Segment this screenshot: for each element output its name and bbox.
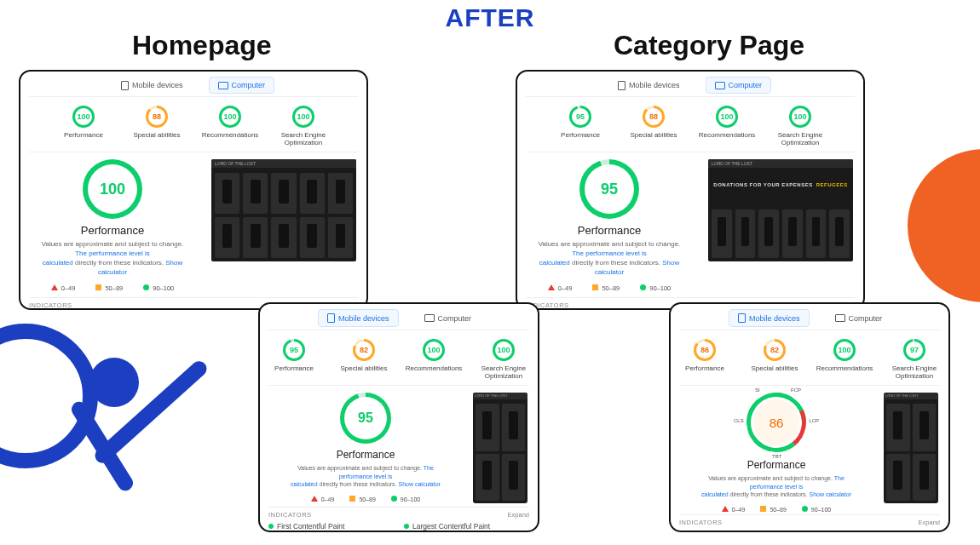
heading-category: Category Page: [614, 30, 804, 61]
perf-title: Performance: [81, 224, 144, 237]
link-level[interactable]: The performance level is: [75, 250, 150, 257]
indicators-heading: INDICATORS: [29, 301, 72, 309]
screenshot-preview: LORD OF THE LOST: [211, 159, 356, 261]
link-calculated[interactable]: calculated: [43, 259, 73, 267]
card-category-desktop: Mobile devices Computer 95Performance 88…: [516, 70, 865, 310]
screenshot-preview-mobile: LORD OF THE LOST: [473, 393, 527, 503]
card-homepage-mobile: Mobile devices Computer 95Performance 82…: [258, 302, 539, 532]
card-category-mobile: Mobile devices Computer 86Performance 82…: [669, 302, 950, 532]
heading-homepage: Homepage: [132, 30, 272, 61]
expand-button[interactable]: Expand: [919, 519, 940, 526]
perf-description: Values are approximate and subject to ch…: [37, 240, 187, 277]
decor-blue-ring: [0, 324, 98, 468]
tab-mobile[interactable]: Mobile devices: [318, 309, 399, 327]
tabs-row: Mobile devices Computer: [20, 72, 366, 96]
triangle-icon: [51, 284, 58, 290]
link-calculated[interactable]: calculated: [539, 259, 570, 267]
square-icon: [95, 284, 101, 290]
decor-orange-circle: [908, 149, 980, 302]
expand-button[interactable]: Expand: [508, 511, 529, 519]
tab-computer[interactable]: Computer: [416, 311, 481, 326]
circle-icon: [143, 284, 149, 290]
title-after: AFTER: [0, 3, 980, 32]
card-homepage-desktop: Mobile devices Computer 100Performance 8…: [19, 70, 368, 310]
perf-gauge: 100: [83, 159, 142, 219]
perf-radial-gauge: 86 SI FCP LCP TBT CLS: [747, 393, 806, 452]
tab-mobile[interactable]: Mobile devices: [112, 77, 192, 94]
tab-mobile[interactable]: Mobile devices: [609, 77, 689, 94]
tab-mobile[interactable]: Mobile devices: [729, 309, 810, 327]
link-level[interactable]: The performance level is: [572, 250, 647, 257]
decor-stick: [92, 358, 210, 466]
decor-blue-dot: [89, 358, 139, 407]
desktop-icon: [218, 82, 228, 89]
tab-computer[interactable]: Computer: [706, 77, 772, 94]
decor-stick: [69, 399, 136, 493]
screenshot-preview: LORD OF THE LOST DONATIONS FOR YOUR EXPE…: [708, 159, 853, 261]
screenshot-preview-mobile: LORD OF THE LOST: [884, 393, 938, 503]
summary-scores: 100Performance 88Special abilities 100Re…: [20, 97, 366, 152]
tab-computer[interactable]: Computer: [827, 311, 891, 326]
tab-computer[interactable]: Computer: [209, 77, 275, 94]
mobile-icon: [121, 81, 129, 90]
score-legend: 0–49 50–89 90–100: [51, 284, 175, 292]
